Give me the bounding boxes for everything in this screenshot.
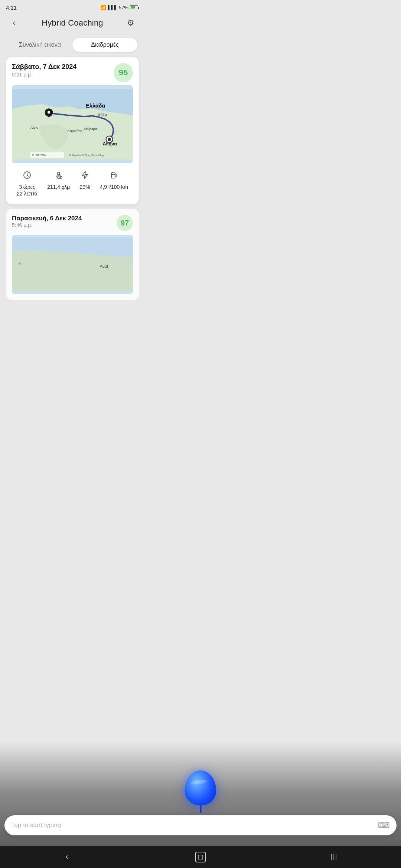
stat-ev-value: 29%	[79, 184, 90, 190]
second-route-map: et Αναξ	[12, 235, 133, 294]
fuel-icon	[110, 171, 118, 181]
card-header: Σάββατο, 7 Δεκ 2024 5:21 μ.μ. 95	[12, 63, 133, 82]
clock-icon	[23, 171, 32, 181]
stat-fuel-value: 4,9 l/100 km	[100, 184, 128, 190]
svg-text:Μέγαρα: Μέγαρα	[84, 126, 97, 131]
second-card-header: Παρασκευή, 6 Δεκ 2024 5:46 μ.μ. 97	[12, 215, 133, 231]
svg-point-18	[60, 176, 62, 178]
battery-percent: 57%	[119, 5, 128, 10]
stat-distance-value: 211,4 χλμ	[47, 184, 70, 190]
page-title: Hybrid Coaching	[42, 18, 103, 28]
signal-icon: ▌▌▌	[108, 5, 117, 10]
second-score-badge: 97	[117, 215, 133, 231]
main-content: Σάββατο, 7 Δεκ 2024 5:21 μ.μ. 95	[0, 57, 145, 304]
route-map: Αίγιο Κόρινθος Μέγαρα Θήβα Αθήνα Ελλάδα …	[12, 85, 133, 163]
stat-duration: 3 ώρες22 λεπτά	[17, 171, 38, 197]
second-card-date: Παρασκευή, 6 Δεκ 2024	[12, 215, 82, 222]
route-card-1: Σάββατο, 7 Δεκ 2024 5:21 μ.μ. 95	[6, 57, 139, 204]
status-bar: 4:11 📶 ▌▌▌ 57%	[0, 0, 145, 13]
tab-routes[interactable]: Διαδρομές	[72, 38, 137, 52]
header: ‹ Hybrid Coaching ⚙	[0, 13, 145, 34]
stat-fuel: 4,9 l/100 km	[100, 171, 128, 190]
map-svg: Αίγιο Κόρινθος Μέγαρα Θήβα Αθήνα Ελλάδα …	[12, 85, 133, 163]
battery-icon	[130, 5, 139, 10]
stat-ev: 29%	[79, 171, 90, 190]
location-icon	[54, 171, 63, 181]
card-time: 5:21 μ.μ.	[12, 72, 76, 78]
svg-text:et: et	[19, 262, 22, 265]
score-badge: 95	[114, 63, 133, 82]
lightning-icon	[81, 171, 89, 181]
second-card-date-time: Παρασκευή, 6 Δεκ 2024 5:46 μ.μ.	[12, 215, 82, 228]
tab-overview[interactable]: Συνολική εικόνα	[7, 38, 72, 52]
back-button[interactable]: ‹	[7, 16, 21, 30]
settings-button[interactable]: ⚙	[124, 16, 137, 30]
svg-point-4	[48, 111, 50, 114]
svg-text:Αναξ: Αναξ	[100, 264, 109, 269]
stat-duration-value: 3 ώρες22 λεπτά	[17, 184, 38, 197]
stats-row: 3 ώρες22 λεπτά 211,4 χλμ	[12, 169, 133, 198]
card-date-time: Σάββατο, 7 Δεκ 2024 5:21 μ.μ.	[12, 63, 76, 78]
wifi-icon: 📶	[100, 5, 106, 10]
svg-text:Κόρινθος: Κόρινθος	[67, 129, 82, 133]
svg-text:Ελλάδα: Ελλάδα	[86, 103, 105, 109]
tab-bar: Συνολική εικόνα Διαδρομές	[0, 34, 145, 57]
second-card-time: 5:46 μ.μ.	[12, 222, 82, 228]
svg-point-6	[108, 138, 111, 141]
stat-distance: 211,4 χλμ	[47, 171, 70, 190]
svg-rect-19	[111, 173, 115, 178]
status-time: 4:11	[6, 4, 17, 11]
back-icon: ‹	[13, 18, 15, 28]
svg-text:© Mapbox © OpenStreetMap: © Mapbox © OpenStreetMap	[69, 154, 104, 157]
svg-text:Αθήνα: Αθήνα	[103, 141, 117, 147]
status-icons: 📶 ▌▌▌ 57%	[100, 5, 139, 10]
route-card-2: Παρασκευή, 6 Δεκ 2024 5:46 μ.μ. 97 et Αν…	[6, 209, 139, 300]
svg-text:Αίγιο: Αίγιο	[30, 125, 39, 129]
svg-text:⊙ mapbox: ⊙ mapbox	[32, 154, 46, 157]
svg-text:Θήβα: Θήβα	[98, 112, 107, 116]
gear-icon: ⚙	[127, 18, 134, 28]
card-date: Σάββατο, 7 Δεκ 2024	[12, 63, 76, 71]
